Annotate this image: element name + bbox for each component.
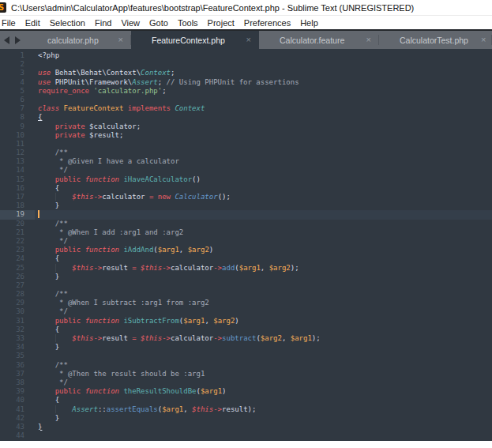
menu-item-edit[interactable]: Edit: [21, 18, 45, 28]
code-line[interactable]: 29 * @When I subtract :arg1 from :arg2: [0, 299, 492, 307]
code-line[interactable]: 12 /**: [0, 149, 492, 157]
code-line[interactable]: 19: [0, 210, 492, 219]
code-line[interactable]: 42 }: [0, 414, 492, 423]
code-line[interactable]: 41 Assert::assertEquals($arg1, $this->re…: [0, 405, 492, 414]
line-number: 18: [0, 201, 35, 210]
line-number: 41: [0, 405, 35, 414]
menu-item-file[interactable]: File: [0, 18, 21, 28]
line-number: 28: [0, 290, 35, 299]
code-line[interactable]: 28 /**: [0, 290, 492, 299]
line-number: 44: [0, 431, 35, 440]
code-editor[interactable]: 1<?php23use Behat\Behat\Context\Context;…: [0, 49, 492, 441]
code-line[interactable]: 23 public function iAddAnd($arg1, $arg2): [0, 246, 492, 254]
menu-item-help[interactable]: Help: [295, 18, 323, 28]
code-line[interactable]: 38 */: [0, 378, 492, 387]
code-line[interactable]: 3use Behat\Behat\Context\Context;: [0, 69, 492, 77]
menu-item-tools[interactable]: Tools: [173, 18, 203, 28]
code-line[interactable]: 33 $this->result = $this->calculator->su…: [0, 334, 492, 343]
code-line-text: /**: [35, 290, 492, 299]
code-line-text: {: [35, 396, 492, 405]
code-line[interactable]: 20 /**: [0, 220, 492, 228]
code-line[interactable]: 15 public function iHaveACalculator(): [0, 175, 492, 184]
line-number: 22: [0, 237, 35, 246]
code-line-text: /**: [35, 149, 492, 157]
close-icon[interactable]: ×: [234, 36, 251, 44]
code-line[interactable]: 30 */: [0, 307, 492, 316]
code-line-text: * @Then the result should be :arg1: [35, 370, 492, 378]
code-line-text: {: [35, 326, 492, 334]
code-line[interactable]: 1<?php: [0, 51, 492, 60]
window-bottom-edge: [0, 441, 492, 448]
nav-forward-icon[interactable]: [15, 36, 21, 44]
menu-item-project[interactable]: Project: [203, 18, 239, 28]
code-line[interactable]: 22 */: [0, 237, 492, 246]
code-line[interactable]: 25 $this->result = $this->calculator->ad…: [0, 264, 492, 273]
code-line[interactable]: 27: [0, 281, 492, 290]
code-line[interactable]: 13 * @Given I have a calculator: [0, 157, 492, 166]
menu-item-view[interactable]: View: [116, 18, 145, 28]
line-number: 3: [0, 69, 35, 77]
menu-item-preferences[interactable]: Preferences: [239, 18, 295, 28]
code-line[interactable]: 11: [0, 140, 492, 149]
code-line[interactable]: 35: [0, 352, 492, 360]
code-line[interactable]: 31 public function iSubtractFrom($arg1, …: [0, 317, 492, 326]
line-number: 35: [0, 352, 35, 360]
code-line-text: private $calculator;: [35, 122, 492, 131]
code-line[interactable]: 26 }: [0, 273, 492, 281]
close-icon[interactable]: ×: [106, 36, 123, 44]
close-icon[interactable]: ×: [468, 36, 486, 44]
code-line[interactable]: 10 private $result;: [0, 131, 492, 140]
line-number: 23: [0, 246, 35, 254]
code-line[interactable]: 36 /**: [0, 361, 492, 370]
code-line-text: }: [35, 273, 492, 281]
code-line-text: }: [35, 201, 492, 210]
close-icon[interactable]: ×: [354, 36, 371, 44]
tab-calculator-feature[interactable]: Calculator.feature×: [259, 31, 379, 49]
code-line[interactable]: 44: [0, 431, 492, 440]
code-line[interactable]: 17 $this->calculator = new Calculator();: [0, 193, 492, 201]
line-number: 9: [0, 122, 35, 131]
code-line[interactable]: 32 {: [0, 326, 492, 334]
code-line-text: */: [35, 237, 492, 246]
line-number: 19: [0, 210, 35, 219]
tab-featurecontext-php[interactable]: FeatureContext.php×: [131, 31, 259, 49]
code-line-text: [35, 96, 492, 104]
code-line[interactable]: 34 }: [0, 343, 492, 352]
line-number: 40: [0, 396, 35, 405]
code-line[interactable]: 14 */: [0, 166, 492, 175]
line-number: 14: [0, 166, 35, 175]
line-number: 21: [0, 228, 35, 237]
code-line[interactable]: 5require_once 'calculator.php';: [0, 87, 492, 96]
code-line[interactable]: 4use PHPUnit\Framework\Assert; // Using …: [0, 78, 492, 87]
code-line-text: /**: [35, 220, 492, 228]
menu-item-find[interactable]: Find: [90, 18, 116, 28]
line-number: 13: [0, 157, 35, 166]
code-line[interactable]: 7class FeatureContext implements Context: [0, 104, 492, 113]
code-line-text: <?php: [35, 51, 492, 60]
code-line[interactable]: 37 * @Then the result should be :arg1: [0, 370, 492, 378]
line-number: 12: [0, 149, 35, 157]
code-line[interactable]: 18 }: [0, 201, 492, 210]
menu-item-selection[interactable]: Selection: [45, 18, 90, 28]
code-line[interactable]: 8{: [0, 113, 492, 122]
code-line[interactable]: 24 {: [0, 254, 492, 263]
menu-item-goto[interactable]: Goto: [145, 18, 173, 28]
code-line[interactable]: 40 {: [0, 396, 492, 405]
tab-calculator-php[interactable]: calculator.php×: [27, 31, 131, 49]
code-line[interactable]: 9 private $calculator;: [0, 122, 492, 131]
code-line[interactable]: 21 * @When I add :arg1 and :arg2: [0, 228, 492, 237]
code-line[interactable]: 2: [0, 60, 492, 69]
code-line[interactable]: 16 {: [0, 184, 492, 193]
code-line[interactable]: 43}: [0, 423, 492, 431]
line-number: 8: [0, 113, 35, 122]
tab-bar: calculator.php×FeatureContext.php×Calcul…: [0, 29, 492, 49]
text-caret: [38, 210, 39, 218]
code-line[interactable]: 6: [0, 96, 492, 104]
nav-back-icon[interactable]: [4, 36, 9, 44]
window-titlebar: S C:\Users\admin\CalculatorApp\features\…: [0, 0, 492, 16]
tab-calculatortest-php[interactable]: CalculatorTest.php×: [379, 31, 492, 49]
code-line-text: class FeatureContext implements Context: [35, 104, 492, 113]
line-number: 10: [0, 131, 35, 140]
code-line-text: */: [35, 307, 492, 316]
code-line[interactable]: 39 public function theResultShouldBe($ar…: [0, 387, 492, 396]
